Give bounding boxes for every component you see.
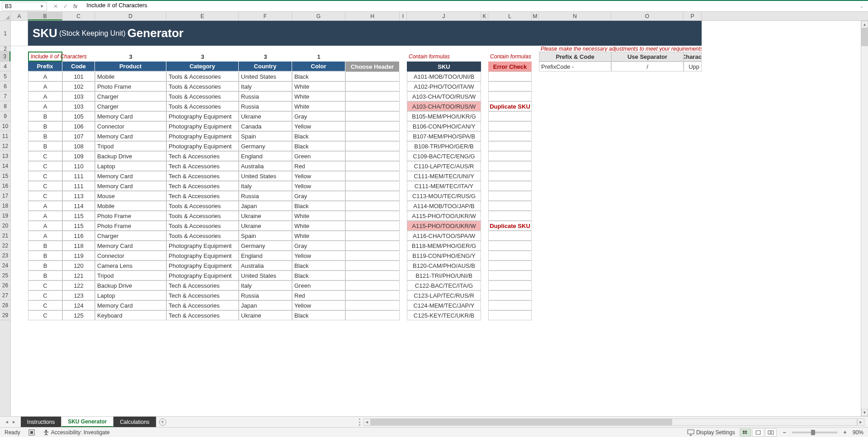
cell-color[interactable]: White <box>292 91 345 101</box>
row-header-8[interactable]: 8 <box>0 101 10 111</box>
cell-I4[interactable] <box>400 62 407 71</box>
row-header-22[interactable]: 22 <box>0 241 10 251</box>
row-header-14[interactable]: 14 <box>0 161 10 171</box>
cell-error-check[interactable] <box>488 91 532 101</box>
row-header-7[interactable]: 7 <box>0 91 10 101</box>
chevron-down-icon[interactable]: ⌄ <box>857 4 866 9</box>
cell-color[interactable]: Black <box>292 201 345 211</box>
cell-gap-i[interactable] <box>400 81 407 91</box>
cell-choose[interactable] <box>345 300 400 310</box>
cell-prefix[interactable]: B <box>28 251 62 261</box>
cell-O10[interactable] <box>611 121 684 131</box>
cell-P23[interactable] <box>684 251 702 261</box>
cell-country[interactable]: United States <box>239 71 292 81</box>
cell-choose[interactable] <box>345 191 400 201</box>
cell-country[interactable]: Germany <box>239 241 292 251</box>
cell-A11[interactable] <box>11 131 28 141</box>
scroll-left-icon[interactable]: ◄ <box>363 418 371 426</box>
cell-A25[interactable] <box>11 271 28 280</box>
cell-product[interactable]: Charger <box>95 231 166 241</box>
cell-color[interactable]: Gray <box>292 241 345 251</box>
cell-gap-m[interactable] <box>532 241 539 251</box>
cell-gap-i[interactable] <box>400 221 407 231</box>
cell-P13[interactable] <box>684 151 702 161</box>
cell-gap-m[interactable] <box>532 111 539 121</box>
cell-code[interactable]: 103 <box>62 91 95 101</box>
header-country[interactable]: Country <box>239 62 292 71</box>
cell-code[interactable]: 116 <box>62 231 95 241</box>
cell-product[interactable]: Photo Frame <box>95 81 166 91</box>
cell-I3[interactable] <box>400 52 407 62</box>
cell-product[interactable]: Charger <box>95 91 166 101</box>
cell-gap-m[interactable] <box>532 280 539 290</box>
cell-gap-m[interactable] <box>532 141 539 151</box>
cell-category[interactable]: Photography Equipment <box>166 271 239 280</box>
cell-A22[interactable] <box>11 241 28 251</box>
cell-category[interactable]: Tech & Accessories <box>166 171 239 181</box>
cell-error-check[interactable]: Duplicate SKU <box>488 101 532 111</box>
cell-choose[interactable] <box>345 181 400 191</box>
cell-gap-k[interactable] <box>481 251 488 261</box>
row-header-24[interactable]: 24 <box>0 261 10 271</box>
cell-color[interactable]: Green <box>292 280 345 290</box>
cell-gap-m[interactable] <box>532 91 539 101</box>
cell-category[interactable]: Photography Equipment <box>166 111 239 121</box>
row-header-4[interactable]: 4 <box>0 62 10 71</box>
cell-product[interactable]: Laptop <box>95 161 166 171</box>
cell-country[interactable]: Canada <box>239 121 292 131</box>
cell-A6[interactable] <box>11 81 28 91</box>
cell-color[interactable]: White <box>292 211 345 221</box>
cell-A1[interactable] <box>11 21 28 46</box>
cell-O7[interactable] <box>611 91 684 101</box>
cell-P20[interactable] <box>684 221 702 231</box>
cell-category[interactable]: Tools & Accessories <box>166 71 239 81</box>
cell-sku[interactable]: B118-MEM/PHO/GER/G <box>407 241 481 251</box>
cell-error-check[interactable] <box>488 310 532 320</box>
cell-sku[interactable]: C111-MEM/TEC/ITA/Y <box>407 181 481 191</box>
cell-A23[interactable] <box>11 251 28 261</box>
row-header-21[interactable]: 21 <box>0 231 10 241</box>
cell-gap-k[interactable] <box>481 231 488 241</box>
row-header-5[interactable]: 5 <box>0 71 10 81</box>
cell-P28[interactable] <box>684 300 702 310</box>
cell-N22[interactable] <box>539 241 611 251</box>
header-prefix[interactable]: Prefix <box>28 62 62 71</box>
row-header-20[interactable]: 20 <box>0 221 10 231</box>
cell-prefix[interactable]: A <box>28 201 62 211</box>
cell-gap-i[interactable] <box>400 151 407 161</box>
cell-error-check[interactable] <box>488 141 532 151</box>
cell-prefix[interactable]: B <box>28 141 62 151</box>
row-header-29[interactable]: 29 <box>0 310 10 320</box>
cell-N28[interactable] <box>539 300 611 310</box>
cell-gap-m[interactable] <box>532 271 539 280</box>
cell-gap-i[interactable] <box>400 71 407 81</box>
cell-N14[interactable] <box>539 161 611 171</box>
cell-prefix[interactable]: B <box>28 261 62 271</box>
cell-code[interactable]: 118 <box>62 241 95 251</box>
row-header-6[interactable]: 6 <box>0 81 10 91</box>
cell-country[interactable]: Ukraine <box>239 111 292 121</box>
cell-choose[interactable] <box>345 310 400 320</box>
cell-product[interactable]: Photo Frame <box>95 221 166 231</box>
cell-gap-m[interactable] <box>532 71 539 81</box>
row-header-12[interactable]: 12 <box>0 141 10 151</box>
hscroll-thumb[interactable] <box>371 419 672 425</box>
cell-code[interactable]: 107 <box>62 131 95 141</box>
cell-error-check[interactable] <box>488 71 532 81</box>
cell-product[interactable]: Memory Card <box>95 181 166 191</box>
row-header-26[interactable]: 26 <box>0 280 10 290</box>
cell-gap-m[interactable] <box>532 191 539 201</box>
cell-gap-i[interactable] <box>400 290 407 300</box>
cell-H3[interactable] <box>345 52 400 62</box>
row-header-10[interactable]: 10 <box>0 121 10 131</box>
cell-P25[interactable] <box>684 271 702 280</box>
cell-error-check[interactable] <box>488 211 532 221</box>
cell-color[interactable]: Yellow <box>292 181 345 191</box>
cell-L3[interactable]: Contain formulas <box>488 52 532 62</box>
cell-category[interactable]: Photography Equipment <box>166 241 239 251</box>
cell-category[interactable]: Photography Equipment <box>166 141 239 151</box>
select-all-corner[interactable] <box>0 12 11 21</box>
cell-code[interactable]: 115 <box>62 221 95 231</box>
cell-O19[interactable] <box>611 211 684 221</box>
cell-prefix[interactable]: A <box>28 81 62 91</box>
